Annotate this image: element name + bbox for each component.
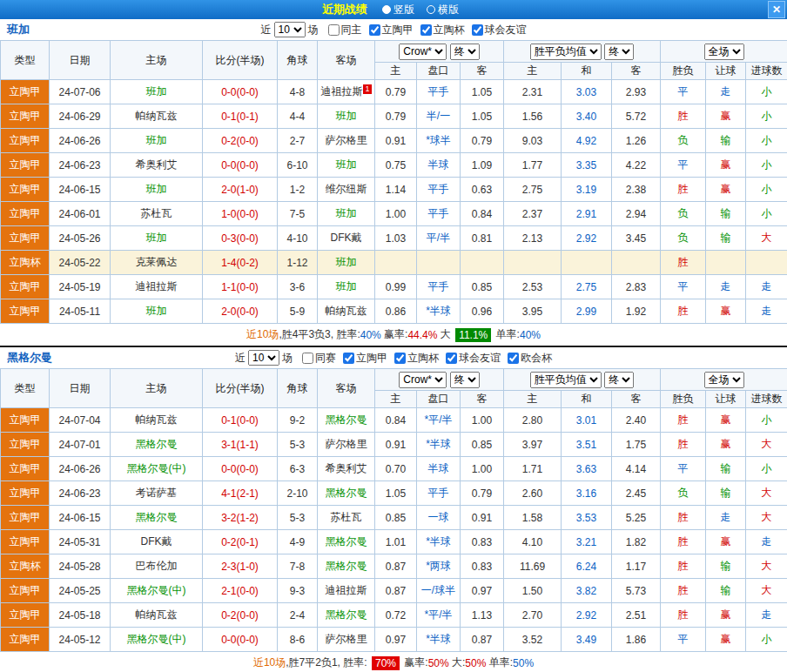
odds-company-select[interactable]: Crow* bbox=[399, 372, 447, 388]
recent-count-select[interactable]: 10 bbox=[248, 350, 279, 366]
filter-checkbox[interactable]: 同主 bbox=[328, 23, 362, 37]
away-team: 希奥利艾 bbox=[318, 457, 375, 481]
filter-checkbox[interactable]: 立陶杯 bbox=[420, 23, 465, 37]
away-odds: 0.79 bbox=[461, 481, 504, 506]
col-type: 类型 bbox=[1, 41, 50, 80]
draw-odds: 3.35 bbox=[562, 153, 612, 178]
checkbox-label: 欧会杯 bbox=[521, 351, 552, 366]
odds-company-select[interactable]: Crow* bbox=[399, 44, 447, 60]
checkbox-input[interactable] bbox=[446, 353, 457, 364]
home-odds: 0.84 bbox=[375, 408, 417, 433]
home-odds: 0.79 bbox=[375, 104, 417, 129]
away-odds: 0.63 bbox=[461, 178, 504, 202]
away-odds: 0.85 bbox=[461, 275, 504, 299]
result: 胜 bbox=[661, 251, 706, 275]
draw-odds: 2.92 bbox=[562, 603, 612, 628]
match-row: 立陶甲24-06-15黑格尔曼3-2(1-2)5-3苏杜瓦0.85一球0.911… bbox=[1, 506, 787, 530]
corners: 5-9 bbox=[278, 299, 318, 324]
draw-odds: 3.49 bbox=[562, 628, 612, 652]
score: 3-1(1-1) bbox=[203, 433, 278, 457]
away-odds: 0.91 bbox=[461, 506, 504, 530]
filter-checkbox[interactable]: 立陶杯 bbox=[394, 351, 439, 366]
col-home: 主场 bbox=[111, 369, 203, 408]
handicap-result bbox=[706, 251, 746, 275]
away-team: 黑格尔曼 bbox=[318, 554, 375, 579]
filter-checkbox[interactable]: 立陶甲 bbox=[369, 23, 414, 37]
draw-odds: 3.63 bbox=[562, 457, 612, 481]
odds-final-select[interactable]: 终 bbox=[450, 372, 480, 388]
avg-select[interactable]: 胜平负均值 bbox=[530, 44, 602, 60]
filter-checkboxes: 同主立陶甲立陶杯球会友谊 bbox=[321, 23, 527, 37]
match-row: 立陶杯24-05-28巴布伦加2-3(1-0)7-8黑格尔曼0.87*两球0.8… bbox=[1, 554, 787, 579]
col-lose: 客 bbox=[612, 63, 661, 80]
filter-checkbox[interactable]: 欧会杯 bbox=[508, 351, 552, 366]
match-row: 立陶甲24-07-04帕纳瓦兹0-1(0-0)9-2黑格尔曼0.84*平/半1.… bbox=[1, 408, 787, 433]
checkbox-input[interactable] bbox=[302, 353, 313, 364]
match-row: 立陶甲24-07-06班加0-0(0-0)4-8迪祖拉斯10.79平手1.052… bbox=[1, 80, 787, 104]
checkbox-input[interactable] bbox=[369, 24, 380, 36]
fulltime-select[interactable]: 全场 bbox=[704, 44, 744, 60]
summary-text: 赢率: bbox=[381, 327, 408, 342]
away-team: 萨尔格里 bbox=[318, 129, 375, 153]
summary-text: 50% bbox=[513, 657, 534, 669]
match-row: 立陶甲24-06-26班加0-2(0-0)2-7萨尔格里0.91*球半0.799… bbox=[1, 129, 787, 153]
league-type: 立陶甲 bbox=[1, 80, 50, 104]
match-date: 24-05-11 bbox=[50, 299, 111, 324]
checkbox-input[interactable] bbox=[508, 353, 519, 364]
odds-final-select[interactable]: 终 bbox=[450, 44, 480, 60]
handicap: 平手 bbox=[417, 80, 461, 104]
handicap: 半/一 bbox=[417, 104, 461, 129]
avg-final-select[interactable]: 终 bbox=[604, 44, 634, 60]
col-draw: 和 bbox=[562, 63, 612, 80]
checkbox-input[interactable] bbox=[420, 24, 432, 36]
match-table: 类型 日期 主场 比分(半场) 角球 客场 Crow* 终 胜平负均值 终 bbox=[0, 40, 787, 324]
win-odds: 2.31 bbox=[504, 80, 562, 104]
col-let: 让球 bbox=[706, 63, 746, 80]
col-home: 主场 bbox=[111, 41, 203, 80]
match-date: 24-06-29 bbox=[50, 104, 111, 129]
fulltime-select[interactable]: 全场 bbox=[704, 372, 744, 388]
lose-odds: 1.86 bbox=[612, 628, 661, 652]
lose-odds: 2.83 bbox=[612, 275, 661, 299]
draw-odds: 4.92 bbox=[562, 129, 612, 153]
handicap-result: 赢 bbox=[706, 433, 746, 457]
recent-count-select[interactable]: 10 bbox=[274, 22, 306, 37]
home-odds: 0.79 bbox=[375, 80, 417, 104]
result: 平 bbox=[661, 275, 706, 299]
handicap: 半球 bbox=[417, 153, 461, 178]
lose-odds bbox=[612, 251, 661, 275]
away-team: 班加 bbox=[318, 251, 375, 275]
avg-final-select[interactable]: 终 bbox=[604, 372, 634, 388]
filter-checkbox[interactable]: 立陶甲 bbox=[343, 351, 387, 366]
odds-group-header: Crow* 终 bbox=[375, 41, 504, 63]
score: 0-1(0-0) bbox=[203, 408, 278, 433]
col-date: 日期 bbox=[50, 369, 111, 408]
handicap: *两球 bbox=[417, 554, 461, 579]
close-button[interactable]: ✕ bbox=[768, 1, 785, 18]
layout-vertical-radio[interactable]: 竖版 bbox=[382, 3, 414, 17]
home-odds: 1.05 bbox=[375, 481, 417, 506]
filter-checkbox[interactable]: 球会友谊 bbox=[472, 23, 527, 37]
filter-checkbox[interactable]: 球会友谊 bbox=[446, 351, 501, 366]
checkbox-input[interactable] bbox=[472, 24, 483, 36]
checkbox-input[interactable] bbox=[343, 353, 354, 364]
corners: 2-4 bbox=[278, 603, 318, 628]
avg-select[interactable]: 胜平负均值 bbox=[530, 372, 602, 388]
handicap-result: 赢 bbox=[706, 299, 746, 324]
filter-checkbox[interactable]: 同赛 bbox=[302, 351, 336, 366]
handicap-result: 输 bbox=[706, 481, 746, 506]
checkbox-input[interactable] bbox=[394, 353, 406, 364]
checkbox-label: 球会友谊 bbox=[485, 23, 527, 37]
layout-horizontal-radio[interactable]: 横版 bbox=[427, 3, 459, 17]
home-team: 帕纳瓦兹 bbox=[111, 603, 203, 628]
checkbox-label: 球会友谊 bbox=[459, 351, 501, 366]
draw-odds: 2.92 bbox=[562, 226, 612, 251]
handicap: 一球 bbox=[417, 506, 461, 530]
league-type: 立陶甲 bbox=[1, 178, 50, 202]
draw-odds: 3.53 bbox=[562, 506, 612, 530]
win-odds: 2.53 bbox=[504, 275, 562, 299]
match-date: 24-05-26 bbox=[50, 226, 111, 251]
lose-odds: 4.14 bbox=[612, 457, 661, 481]
away-odds: 1.13 bbox=[461, 603, 504, 628]
checkbox-input[interactable] bbox=[328, 24, 340, 36]
